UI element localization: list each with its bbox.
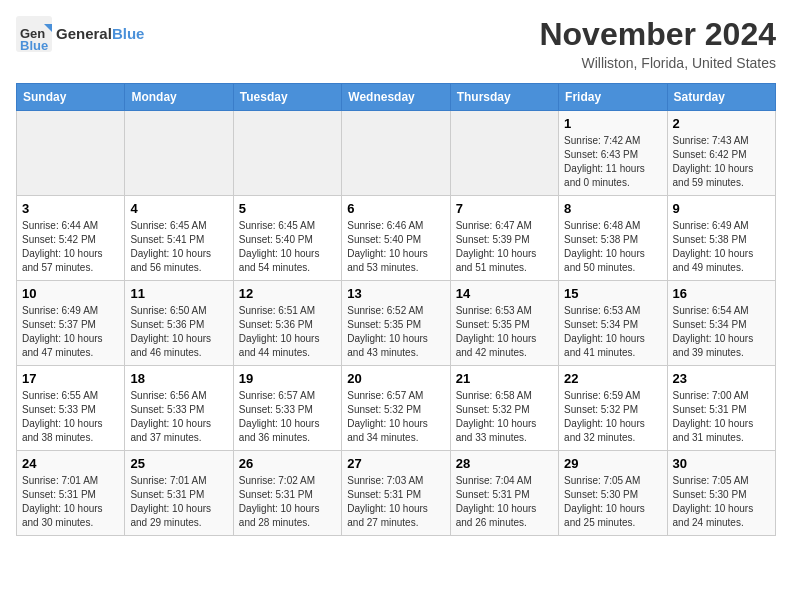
svg-text:Blue: Blue	[20, 38, 48, 52]
day-number: 2	[673, 116, 770, 131]
day-number: 9	[673, 201, 770, 216]
calendar-cell: 8Sunrise: 6:48 AMSunset: 5:38 PMDaylight…	[559, 196, 667, 281]
calendar-cell: 26Sunrise: 7:02 AMSunset: 5:31 PMDayligh…	[233, 451, 341, 536]
calendar-week-row: 3Sunrise: 6:44 AMSunset: 5:42 PMDaylight…	[17, 196, 776, 281]
month-title: November 2024	[539, 16, 776, 53]
calendar-cell: 5Sunrise: 6:45 AMSunset: 5:40 PMDaylight…	[233, 196, 341, 281]
day-info: Sunrise: 6:50 AMSunset: 5:36 PMDaylight:…	[130, 304, 227, 360]
calendar-week-row: 17Sunrise: 6:55 AMSunset: 5:33 PMDayligh…	[17, 366, 776, 451]
day-info: Sunrise: 6:57 AMSunset: 5:32 PMDaylight:…	[347, 389, 444, 445]
day-info: Sunrise: 6:56 AMSunset: 5:33 PMDaylight:…	[130, 389, 227, 445]
day-info: Sunrise: 6:52 AMSunset: 5:35 PMDaylight:…	[347, 304, 444, 360]
calendar-cell	[233, 111, 341, 196]
calendar-cell: 29Sunrise: 7:05 AMSunset: 5:30 PMDayligh…	[559, 451, 667, 536]
day-info: Sunrise: 6:59 AMSunset: 5:32 PMDaylight:…	[564, 389, 661, 445]
header-thursday: Thursday	[450, 84, 558, 111]
header-monday: Monday	[125, 84, 233, 111]
day-info: Sunrise: 7:42 AMSunset: 6:43 PMDaylight:…	[564, 134, 661, 190]
day-info: Sunrise: 6:46 AMSunset: 5:40 PMDaylight:…	[347, 219, 444, 275]
calendar-cell: 28Sunrise: 7:04 AMSunset: 5:31 PMDayligh…	[450, 451, 558, 536]
logo-general: General	[56, 25, 112, 42]
calendar-cell: 11Sunrise: 6:50 AMSunset: 5:36 PMDayligh…	[125, 281, 233, 366]
day-info: Sunrise: 6:58 AMSunset: 5:32 PMDaylight:…	[456, 389, 553, 445]
day-info: Sunrise: 7:00 AMSunset: 5:31 PMDaylight:…	[673, 389, 770, 445]
day-info: Sunrise: 6:49 AMSunset: 5:38 PMDaylight:…	[673, 219, 770, 275]
calendar-cell: 13Sunrise: 6:52 AMSunset: 5:35 PMDayligh…	[342, 281, 450, 366]
calendar-cell: 19Sunrise: 6:57 AMSunset: 5:33 PMDayligh…	[233, 366, 341, 451]
day-number: 4	[130, 201, 227, 216]
day-number: 17	[22, 371, 119, 386]
day-info: Sunrise: 6:53 AMSunset: 5:35 PMDaylight:…	[456, 304, 553, 360]
day-info: Sunrise: 6:45 AMSunset: 5:41 PMDaylight:…	[130, 219, 227, 275]
logo: Gen Blue GeneralBlue	[16, 16, 144, 52]
calendar-cell	[17, 111, 125, 196]
calendar-cell: 1Sunrise: 7:42 AMSunset: 6:43 PMDaylight…	[559, 111, 667, 196]
calendar-week-row: 1Sunrise: 7:42 AMSunset: 6:43 PMDaylight…	[17, 111, 776, 196]
day-info: Sunrise: 6:44 AMSunset: 5:42 PMDaylight:…	[22, 219, 119, 275]
page-header: Gen Blue GeneralBlue November 2024 Willi…	[16, 16, 776, 71]
day-number: 16	[673, 286, 770, 301]
day-info: Sunrise: 6:55 AMSunset: 5:33 PMDaylight:…	[22, 389, 119, 445]
day-info: Sunrise: 6:51 AMSunset: 5:36 PMDaylight:…	[239, 304, 336, 360]
day-info: Sunrise: 6:48 AMSunset: 5:38 PMDaylight:…	[564, 219, 661, 275]
calendar-header-row: Sunday Monday Tuesday Wednesday Thursday…	[17, 84, 776, 111]
calendar-cell	[342, 111, 450, 196]
calendar-cell: 2Sunrise: 7:43 AMSunset: 6:42 PMDaylight…	[667, 111, 775, 196]
day-info: Sunrise: 6:47 AMSunset: 5:39 PMDaylight:…	[456, 219, 553, 275]
day-number: 19	[239, 371, 336, 386]
day-info: Sunrise: 7:02 AMSunset: 5:31 PMDaylight:…	[239, 474, 336, 530]
header-wednesday: Wednesday	[342, 84, 450, 111]
day-info: Sunrise: 7:01 AMSunset: 5:31 PMDaylight:…	[130, 474, 227, 530]
day-number: 15	[564, 286, 661, 301]
day-number: 5	[239, 201, 336, 216]
header-tuesday: Tuesday	[233, 84, 341, 111]
day-number: 13	[347, 286, 444, 301]
calendar-week-row: 24Sunrise: 7:01 AMSunset: 5:31 PMDayligh…	[17, 451, 776, 536]
day-number: 25	[130, 456, 227, 471]
day-number: 22	[564, 371, 661, 386]
calendar-cell: 4Sunrise: 6:45 AMSunset: 5:41 PMDaylight…	[125, 196, 233, 281]
calendar-cell: 16Sunrise: 6:54 AMSunset: 5:34 PMDayligh…	[667, 281, 775, 366]
day-number: 7	[456, 201, 553, 216]
calendar-cell: 22Sunrise: 6:59 AMSunset: 5:32 PMDayligh…	[559, 366, 667, 451]
day-number: 8	[564, 201, 661, 216]
day-number: 27	[347, 456, 444, 471]
header-sunday: Sunday	[17, 84, 125, 111]
day-info: Sunrise: 6:45 AMSunset: 5:40 PMDaylight:…	[239, 219, 336, 275]
calendar-cell: 18Sunrise: 6:56 AMSunset: 5:33 PMDayligh…	[125, 366, 233, 451]
day-info: Sunrise: 7:01 AMSunset: 5:31 PMDaylight:…	[22, 474, 119, 530]
calendar-cell: 3Sunrise: 6:44 AMSunset: 5:42 PMDaylight…	[17, 196, 125, 281]
day-number: 14	[456, 286, 553, 301]
day-number: 29	[564, 456, 661, 471]
title-block: November 2024 Williston, Florida, United…	[539, 16, 776, 71]
day-number: 30	[673, 456, 770, 471]
calendar-cell	[125, 111, 233, 196]
day-info: Sunrise: 7:04 AMSunset: 5:31 PMDaylight:…	[456, 474, 553, 530]
calendar-cell: 25Sunrise: 7:01 AMSunset: 5:31 PMDayligh…	[125, 451, 233, 536]
calendar-cell	[450, 111, 558, 196]
calendar-cell: 30Sunrise: 7:05 AMSunset: 5:30 PMDayligh…	[667, 451, 775, 536]
calendar-cell: 7Sunrise: 6:47 AMSunset: 5:39 PMDaylight…	[450, 196, 558, 281]
calendar-cell: 24Sunrise: 7:01 AMSunset: 5:31 PMDayligh…	[17, 451, 125, 536]
day-number: 24	[22, 456, 119, 471]
calendar-cell: 17Sunrise: 6:55 AMSunset: 5:33 PMDayligh…	[17, 366, 125, 451]
calendar-cell: 23Sunrise: 7:00 AMSunset: 5:31 PMDayligh…	[667, 366, 775, 451]
day-number: 12	[239, 286, 336, 301]
calendar-cell: 15Sunrise: 6:53 AMSunset: 5:34 PMDayligh…	[559, 281, 667, 366]
day-number: 20	[347, 371, 444, 386]
day-info: Sunrise: 7:43 AMSunset: 6:42 PMDaylight:…	[673, 134, 770, 190]
calendar-cell: 14Sunrise: 6:53 AMSunset: 5:35 PMDayligh…	[450, 281, 558, 366]
calendar-week-row: 10Sunrise: 6:49 AMSunset: 5:37 PMDayligh…	[17, 281, 776, 366]
day-number: 18	[130, 371, 227, 386]
calendar-cell: 27Sunrise: 7:03 AMSunset: 5:31 PMDayligh…	[342, 451, 450, 536]
day-info: Sunrise: 7:03 AMSunset: 5:31 PMDaylight:…	[347, 474, 444, 530]
day-number: 10	[22, 286, 119, 301]
calendar-cell: 12Sunrise: 6:51 AMSunset: 5:36 PMDayligh…	[233, 281, 341, 366]
day-number: 26	[239, 456, 336, 471]
calendar-cell: 10Sunrise: 6:49 AMSunset: 5:37 PMDayligh…	[17, 281, 125, 366]
day-number: 28	[456, 456, 553, 471]
header-saturday: Saturday	[667, 84, 775, 111]
calendar-cell: 6Sunrise: 6:46 AMSunset: 5:40 PMDaylight…	[342, 196, 450, 281]
day-number: 1	[564, 116, 661, 131]
calendar-cell: 9Sunrise: 6:49 AMSunset: 5:38 PMDaylight…	[667, 196, 775, 281]
